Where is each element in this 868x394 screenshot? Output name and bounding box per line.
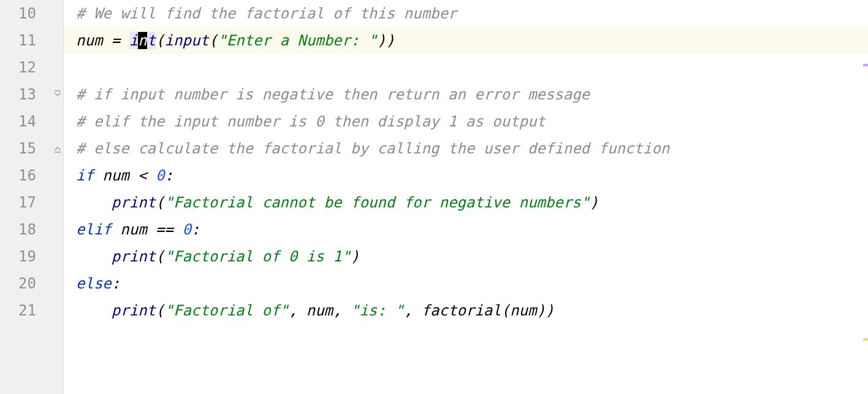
fold-end-icon[interactable]	[53, 144, 62, 153]
comment: # elif the input number is 0 then displa…	[76, 113, 546, 130]
indent	[76, 248, 112, 265]
operator: =	[102, 32, 129, 49]
line-number: 17	[0, 189, 63, 216]
line-number: 16	[0, 162, 63, 189]
colon: :	[191, 221, 200, 238]
line-number: 12	[0, 54, 63, 81]
builtin-input: input	[165, 32, 209, 49]
builtin-print: print	[112, 302, 156, 319]
function-call: factorial(num))	[422, 302, 555, 319]
code-line[interactable]: print("Factorial cannot be found for neg…	[64, 189, 868, 216]
line-number: 11	[0, 27, 63, 54]
expression: num ==	[120, 221, 182, 238]
comma: ,	[289, 302, 306, 319]
keyword-elif: elif	[76, 221, 120, 238]
indent	[76, 302, 112, 319]
line-number: 14	[0, 108, 63, 135]
comma: ,	[404, 302, 422, 319]
paren: (	[156, 248, 164, 265]
line-number: 18	[0, 216, 63, 243]
keyword-if: if	[76, 167, 102, 184]
paren: )	[590, 194, 598, 211]
comma: ,	[333, 302, 351, 319]
text-cursor: n	[138, 32, 147, 49]
colon: :	[112, 275, 120, 292]
identifier: num	[76, 32, 102, 49]
string-literal: "Enter a Number: "	[218, 32, 377, 49]
code-line[interactable]: # else calculate the factorial by callin…	[64, 135, 868, 162]
string-literal: "Factorial of 0 is 1"	[165, 248, 351, 265]
code-line-active[interactable]: num = int(input("Enter a Number: "))	[64, 27, 868, 54]
string-literal: "Factorial of"	[165, 302, 289, 319]
indent	[76, 194, 112, 211]
code-line[interactable]	[64, 54, 868, 81]
code-line[interactable]: if num < 0:	[64, 162, 868, 189]
builtin-int: t	[147, 32, 156, 49]
code-line[interactable]: elif num == 0:	[64, 216, 868, 243]
paren: (	[156, 194, 164, 211]
code-line[interactable]: # We will find the factorial of this num…	[64, 0, 868, 27]
comment: # if input number is negative then retur…	[76, 86, 590, 103]
line-number: 10	[0, 0, 63, 27]
builtin-print: print	[112, 248, 156, 265]
number-literal: 0	[182, 221, 191, 238]
paren: (	[156, 32, 164, 49]
line-number: 15	[0, 135, 63, 162]
line-number: 21	[0, 297, 63, 324]
comment: # We will find the factorial of this num…	[76, 5, 457, 22]
keyword-else: else	[76, 275, 112, 292]
paren: (	[209, 32, 218, 49]
string-literal: "Factorial cannot be found for negative …	[165, 194, 590, 211]
code-line[interactable]: # elif the input number is 0 then displa…	[64, 108, 868, 135]
code-line[interactable]: # if input number is negative then retur…	[64, 81, 868, 108]
paren: )	[351, 248, 359, 265]
number-literal: 0	[156, 167, 164, 184]
builtin-int: i	[129, 32, 138, 49]
line-number: 20	[0, 270, 63, 297]
code-line[interactable]: print("Factorial of 0 is 1")	[64, 243, 868, 270]
paren: (	[156, 302, 164, 319]
fold-start-icon[interactable]	[53, 90, 62, 99]
expression: num <	[102, 167, 156, 184]
comment: # else calculate the factorial by callin…	[76, 140, 669, 157]
line-number: 13	[0, 81, 63, 108]
marker-stripe[interactable]	[863, 338, 868, 341]
builtin-print: print	[112, 194, 156, 211]
code-area[interactable]: # We will find the factorial of this num…	[64, 0, 868, 394]
code-editor[interactable]: 10 11 12 13 14 15 16 17 18 19 20 21 # We…	[0, 0, 868, 394]
paren: ))	[377, 32, 395, 49]
code-line[interactable]: else:	[64, 270, 868, 297]
identifier: num	[306, 302, 333, 319]
line-number: 19	[0, 243, 63, 270]
string-literal: "is: "	[351, 302, 404, 319]
colon: :	[165, 167, 173, 184]
line-number-gutter: 10 11 12 13 14 15 16 17 18 19 20 21	[0, 0, 64, 394]
code-line[interactable]: print("Factorial of", num, "is: ", facto…	[64, 297, 868, 324]
